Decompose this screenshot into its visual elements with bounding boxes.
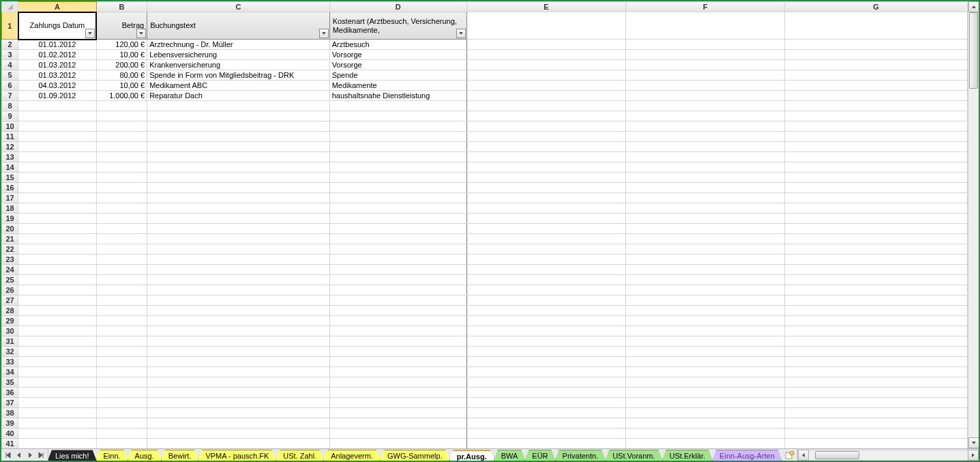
- cell-E26[interactable]: [466, 285, 625, 295]
- cell-E33[interactable]: [466, 357, 625, 367]
- cell-C8[interactable]: [147, 101, 329, 111]
- row-header-4[interactable]: 4: [2, 60, 18, 70]
- cell-C31[interactable]: [147, 336, 329, 347]
- cell-D6[interactable]: Medikamente: [329, 81, 466, 91]
- cell-A36[interactable]: [18, 388, 97, 398]
- row-header-30[interactable]: 30: [2, 326, 18, 336]
- cell-C23[interactable]: [147, 255, 329, 265]
- cell-A14[interactable]: [18, 162, 97, 173]
- row-header-9[interactable]: 9: [2, 111, 18, 121]
- row-header-12[interactable]: 12: [2, 142, 18, 152]
- cell-E5[interactable]: [466, 70, 625, 81]
- cell-D30[interactable]: [329, 326, 466, 336]
- cell-C20[interactable]: [147, 224, 329, 234]
- cell-D19[interactable]: [329, 214, 466, 224]
- cell-E34[interactable]: [466, 367, 625, 377]
- cell-D16[interactable]: [329, 183, 466, 193]
- cell-G27[interactable]: [785, 295, 967, 306]
- cell-A41[interactable]: [18, 439, 97, 449]
- cell-A31[interactable]: [18, 336, 97, 347]
- cell-G41[interactable]: [785, 439, 967, 449]
- cell-E30[interactable]: [466, 326, 625, 336]
- cell-F30[interactable]: [626, 326, 785, 336]
- filter-dropdown-button[interactable]: [85, 29, 95, 38]
- sheet-tab[interactable]: VPMA - pausch.FK: [198, 450, 276, 461]
- cell-G33[interactable]: [785, 357, 967, 367]
- cell-D5[interactable]: Spende: [329, 70, 466, 81]
- cell-C37[interactable]: [147, 398, 329, 408]
- cell-E3[interactable]: [466, 50, 625, 60]
- cell-A3[interactable]: 01.02.2012: [18, 50, 97, 60]
- cell-B31[interactable]: [96, 336, 147, 347]
- horizontal-scroll-track[interactable]: [809, 450, 968, 461]
- sheet-tab[interactable]: USt.Voranm.: [605, 450, 662, 461]
- cell-F12[interactable]: [626, 142, 785, 152]
- sheet-tab[interactable]: USt. Zahl.: [276, 450, 324, 461]
- cell-F20[interactable]: [626, 224, 785, 234]
- cell-A9[interactable]: [18, 111, 97, 121]
- cell-B30[interactable]: [96, 326, 147, 336]
- cell-D37[interactable]: [329, 398, 466, 408]
- cell-G6[interactable]: [785, 81, 967, 91]
- cell-D41[interactable]: [329, 439, 466, 449]
- cell-C33[interactable]: [147, 357, 329, 367]
- cell-C5[interactable]: Spende in Form von Mitgliedsbeitrag - DR…: [147, 70, 329, 81]
- cell-E13[interactable]: [466, 152, 625, 162]
- cell-B18[interactable]: [96, 203, 147, 214]
- cell-B24[interactable]: [96, 265, 147, 275]
- row-header-38[interactable]: 38: [2, 408, 18, 418]
- cell-B4[interactable]: 200,00 €: [96, 60, 147, 70]
- cell-C36[interactable]: [147, 388, 329, 398]
- cell-A18[interactable]: [18, 203, 97, 214]
- cell-G18[interactable]: [785, 203, 967, 214]
- tab-nav-first-button[interactable]: [3, 450, 14, 461]
- cell-B25[interactable]: [96, 275, 147, 285]
- cell-E17[interactable]: [466, 193, 625, 203]
- cell-F29[interactable]: [626, 316, 785, 326]
- cell-F7[interactable]: [626, 91, 785, 101]
- cell-G30[interactable]: [785, 326, 967, 336]
- cell-G13[interactable]: [785, 152, 967, 162]
- cell-A20[interactable]: [18, 224, 97, 234]
- cell-F31[interactable]: [626, 336, 785, 347]
- cell-E41[interactable]: [466, 439, 625, 449]
- cell-A8[interactable]: [18, 101, 97, 111]
- cell-C11[interactable]: [147, 132, 329, 142]
- sheet-tab[interactable]: Bewirt.: [161, 450, 199, 461]
- cell-B2[interactable]: 120,00 €: [96, 40, 147, 50]
- cell-C19[interactable]: [147, 214, 329, 224]
- row-header-10[interactable]: 10: [2, 121, 18, 132]
- row-header-27[interactable]: 27: [2, 295, 18, 306]
- select-all-corner[interactable]: [2, 2, 18, 12]
- cell-G35[interactable]: [785, 377, 967, 388]
- header-cell-A[interactable]: Zahlungs Datum: [18, 12, 97, 40]
- cell-A37[interactable]: [18, 398, 97, 408]
- cell-F3[interactable]: [626, 50, 785, 60]
- cell-G16[interactable]: [785, 183, 967, 193]
- cell-E23[interactable]: [466, 255, 625, 265]
- vertical-scroll-thumb[interactable]: [969, 12, 978, 89]
- cell-C15[interactable]: [147, 173, 329, 183]
- cell-F19[interactable]: [626, 214, 785, 224]
- cell-F10[interactable]: [626, 121, 785, 132]
- cell-D3[interactable]: Vorsorge: [329, 50, 466, 60]
- cell-B29[interactable]: [96, 316, 147, 326]
- cell-A30[interactable]: [18, 326, 97, 336]
- cell-C35[interactable]: [147, 377, 329, 388]
- cell-F21[interactable]: [626, 234, 785, 244]
- cell-F13[interactable]: [626, 152, 785, 162]
- cell-D21[interactable]: [329, 234, 466, 244]
- sheet-tab[interactable]: Ausg.: [128, 450, 162, 461]
- column-header-A[interactable]: A: [18, 2, 97, 12]
- cell-A40[interactable]: [18, 429, 97, 439]
- cell-B5[interactable]: 80,00 €: [96, 70, 147, 81]
- cell-F41[interactable]: [626, 439, 785, 449]
- sheet-tab[interactable]: GWG-Sammelp.: [380, 450, 450, 461]
- cell-E11[interactable]: [466, 132, 625, 142]
- cell-G26[interactable]: [785, 285, 967, 295]
- cell-G14[interactable]: [785, 162, 967, 173]
- cell-B7[interactable]: 1.000,00 €: [96, 91, 147, 101]
- cell-E12[interactable]: [466, 142, 625, 152]
- row-header-17[interactable]: 17: [2, 193, 18, 203]
- cell-B41[interactable]: [96, 439, 147, 449]
